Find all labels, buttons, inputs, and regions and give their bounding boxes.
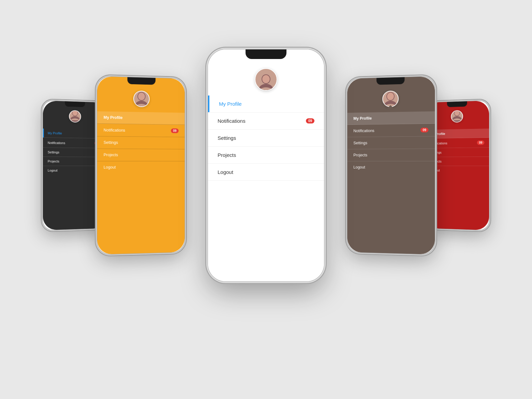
phone-white: My Profile Notifications 09 Settings Pro… xyxy=(208,49,324,281)
notification-badge: 09 xyxy=(477,141,485,145)
menu-item-notifications[interactable]: Notifications 09 xyxy=(426,138,489,148)
menu-item-notifications[interactable]: Notifications 09 xyxy=(97,124,185,137)
menu-item-settings[interactable]: Settings xyxy=(208,130,324,147)
svg-point-7 xyxy=(262,75,270,83)
menu-panel: My Profile Notifications 09 Settings Pro… xyxy=(426,123,489,230)
phone-inner: My Profile Notifications 09 Settings Pro… xyxy=(426,101,489,230)
menu-item-my-profile[interactable]: My Profile xyxy=(347,111,435,125)
phone-inner: My Profile Notifications 09 Settings Pro… xyxy=(43,101,106,230)
menu-item-notifications[interactable]: Notifications 09 xyxy=(43,138,106,148)
notch xyxy=(246,49,286,59)
notification-badge: 09 xyxy=(306,118,314,123)
menu-item-notifications[interactable]: Notifications 09 xyxy=(347,124,435,137)
menu-item-my-profile[interactable]: My Profile xyxy=(208,95,324,113)
menu-item-logout[interactable]: Logout xyxy=(97,161,185,173)
phone-red: My Profile Notifications 09 Settings Pro… xyxy=(426,101,489,230)
avatar xyxy=(255,68,277,91)
menu-item-settings[interactable]: Settings xyxy=(43,148,106,157)
menu-item-my-profile[interactable]: My Profile xyxy=(426,129,489,138)
menu-item-projects[interactable]: Projects xyxy=(426,157,489,166)
phone-dark: My Profile Notifications 09 Settings Pro… xyxy=(43,101,106,230)
menu-item-notifications[interactable]: Notifications 09 xyxy=(208,113,324,130)
notch xyxy=(128,77,156,85)
notch xyxy=(376,77,404,85)
avatar xyxy=(451,110,463,123)
menu-item-projects[interactable]: Projects xyxy=(43,157,106,166)
menu-panel: My Profile Notifications 09 Settings Pro… xyxy=(347,105,435,255)
notification-badge: 09 xyxy=(171,129,179,133)
menu-item-projects[interactable]: Projects xyxy=(208,147,324,164)
menu-item-logout[interactable]: Logout xyxy=(347,161,435,173)
scene: My Profile Notifications 09 Settings Pro… xyxy=(27,29,505,370)
phone-inner: My Profile Notifications 09 Settings Pro… xyxy=(208,49,324,281)
avatar xyxy=(382,90,399,107)
avatar xyxy=(69,110,81,123)
menu-item-logout[interactable]: Logout xyxy=(208,164,324,181)
phone-inner: My Profile Notifications 09 Settings Pro… xyxy=(347,76,435,255)
notch xyxy=(447,101,467,107)
notch xyxy=(65,101,85,107)
notification-badge: 09 xyxy=(420,128,429,132)
menu-item-projects[interactable]: Projects xyxy=(347,149,435,161)
menu-panel: My Profile Notifications 09 Settings Pro… xyxy=(43,123,106,230)
menu-item-my-profile[interactable]: My Profile xyxy=(97,111,185,125)
menu-item-settings[interactable]: Settings xyxy=(426,148,489,157)
phone-orange: My Profile Notifications 09 Settings Pro… xyxy=(97,76,185,255)
phone-inner: My Profile Notifications 09 Settings Pro… xyxy=(97,76,185,255)
phone-brown: My Profile Notifications 09 Settings Pro… xyxy=(347,76,435,255)
menu-item-my-profile[interactable]: My Profile xyxy=(43,129,106,138)
menu-item-projects[interactable]: Projects xyxy=(97,149,185,161)
menu-panel: My Profile Notifications 09 Settings Pro… xyxy=(208,89,324,281)
menu-item-settings[interactable]: Settings xyxy=(97,136,185,149)
menu-item-logout[interactable]: Logout xyxy=(43,166,106,175)
menu-item-settings[interactable]: Settings xyxy=(347,136,435,149)
menu-panel: My Profile Notifications 09 Settings Pro… xyxy=(97,105,185,255)
avatar xyxy=(133,90,150,107)
menu-item-logout[interactable]: Logout xyxy=(426,166,489,175)
